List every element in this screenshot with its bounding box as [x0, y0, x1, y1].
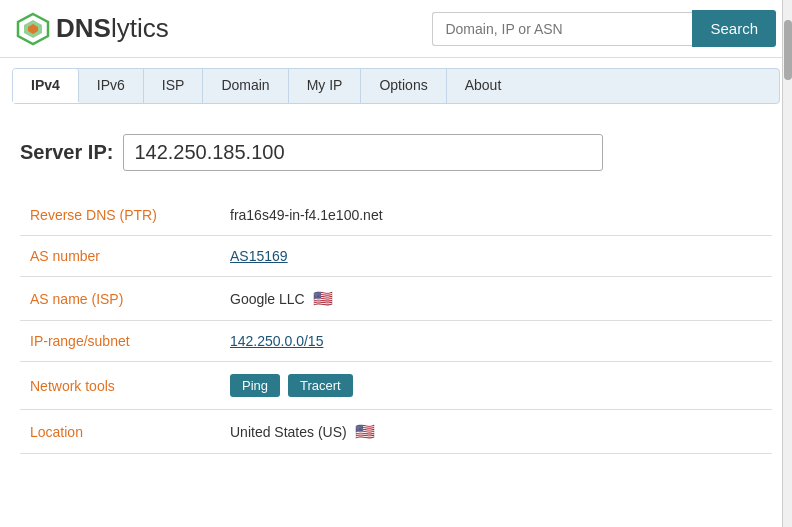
row-label-ip-range: IP-range/subnet — [20, 321, 220, 362]
table-row: Network tools Ping Tracert — [20, 362, 772, 410]
as-number-link[interactable]: AS15169 — [230, 248, 288, 264]
logo-dns: DNS — [56, 13, 111, 43]
tracert-button[interactable]: Tracert — [288, 374, 353, 397]
server-ip-row: Server IP: — [20, 134, 772, 171]
scrollbar[interactable] — [782, 0, 792, 464]
location-flag: 🇺🇸 — [355, 423, 375, 440]
row-value-as-number: AS15169 — [220, 236, 772, 277]
tab-about[interactable]: About — [447, 69, 520, 103]
row-label-network-tools: Network tools — [20, 362, 220, 410]
row-value-reverse-dns: fra16s49-in-f4.1e100.net — [220, 195, 772, 236]
row-value-location: United States (US) 🇺🇸 — [220, 410, 772, 454]
row-label-as-number: AS number — [20, 236, 220, 277]
tab-ipv4[interactable]: IPv4 — [13, 69, 79, 103]
row-label-as-name: AS name (ISP) — [20, 277, 220, 321]
table-row: AS number AS15169 — [20, 236, 772, 277]
ip-range-link[interactable]: 142.250.0.0/15 — [230, 333, 323, 349]
table-row: AS name (ISP) Google LLC 🇺🇸 — [20, 277, 772, 321]
server-ip-input[interactable] — [123, 134, 603, 171]
tab-ipv6[interactable]: IPv6 — [79, 69, 144, 103]
logo-lytics: lytics — [111, 13, 169, 43]
row-value-ip-range: 142.250.0.0/15 — [220, 321, 772, 362]
ping-button[interactable]: Ping — [230, 374, 280, 397]
search-input[interactable] — [432, 12, 692, 46]
tabs-bar: IPv4 IPv6 ISP Domain My IP Options About — [12, 68, 780, 104]
logo-text: DNSlytics — [56, 13, 169, 44]
as-name-flag: 🇺🇸 — [313, 290, 333, 307]
tab-myip[interactable]: My IP — [289, 69, 362, 103]
search-button[interactable]: Search — [692, 10, 776, 47]
as-name-text: Google LLC — [230, 291, 305, 307]
search-area: Search — [432, 10, 776, 47]
row-value-as-name: Google LLC 🇺🇸 — [220, 277, 772, 321]
logo-icon — [16, 12, 50, 46]
location-text: United States (US) — [230, 424, 347, 440]
tab-domain[interactable]: Domain — [203, 69, 288, 103]
logo: DNSlytics — [16, 12, 169, 46]
table-row: IP-range/subnet 142.250.0.0/15 — [20, 321, 772, 362]
header: DNSlytics Search — [0, 0, 792, 58]
server-ip-label: Server IP: — [20, 141, 113, 164]
tab-isp[interactable]: ISP — [144, 69, 204, 103]
row-label-location: Location — [20, 410, 220, 454]
table-row: Reverse DNS (PTR) fra16s49-in-f4.1e100.n… — [20, 195, 772, 236]
row-label-reverse-dns: Reverse DNS (PTR) — [20, 195, 220, 236]
info-table: Reverse DNS (PTR) fra16s49-in-f4.1e100.n… — [20, 195, 772, 454]
table-row: Location United States (US) 🇺🇸 — [20, 410, 772, 454]
scrollbar-thumb[interactable] — [784, 20, 792, 80]
tab-options[interactable]: Options — [361, 69, 446, 103]
main-content: Server IP: Reverse DNS (PTR) fra16s49-in… — [0, 114, 792, 464]
row-value-network-tools: Ping Tracert — [220, 362, 772, 410]
